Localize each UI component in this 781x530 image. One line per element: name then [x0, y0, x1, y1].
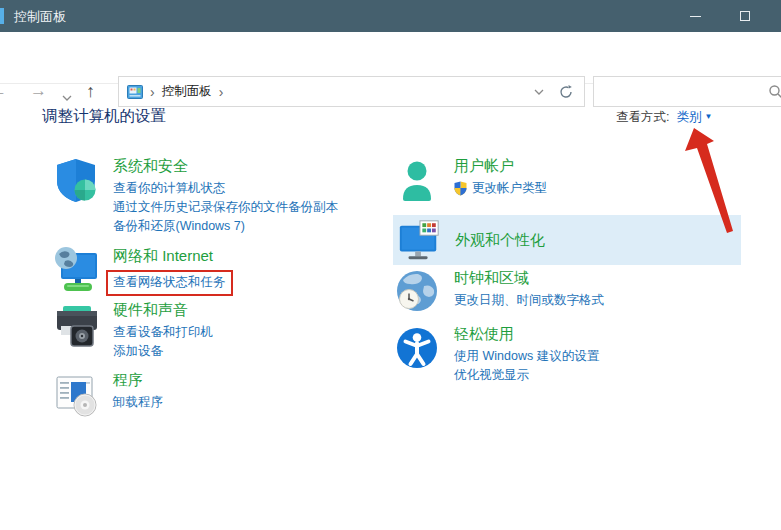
- control-panel-icon: [127, 84, 143, 100]
- link-check-computer-status[interactable]: 查看你的计算机状态: [113, 179, 338, 198]
- link-change-account-type[interactable]: 更改帐户类型: [472, 179, 547, 198]
- category-hardware-sound: 硬件和声音 查看设备和打印机 添加设备: [52, 300, 213, 361]
- category-title[interactable]: 硬件和声音: [113, 300, 213, 320]
- category-title[interactable]: 用户帐户: [454, 156, 547, 176]
- clock-region-icon[interactable]: [393, 268, 441, 316]
- category-title[interactable]: 系统和安全: [113, 156, 338, 176]
- programs-icon[interactable]: [52, 370, 100, 418]
- minimize-button[interactable]: [678, 0, 712, 32]
- page-title: 调整计算机的设置: [42, 106, 166, 127]
- annotation-red-box: 查看网络状态和任务: [106, 270, 233, 296]
- category-title[interactable]: 网络和 Internet: [113, 246, 233, 266]
- system-security-icon[interactable]: [52, 156, 100, 204]
- uac-shield-icon: [454, 181, 467, 196]
- address-dropdown-icon[interactable]: [534, 89, 544, 95]
- chevron-down-icon: [62, 95, 72, 101]
- forward-button[interactable]: →: [30, 80, 47, 102]
- recent-pages-dropdown[interactable]: [62, 87, 72, 105]
- search-icon: [768, 84, 781, 100]
- category-system-security: 系统和安全 查看你的计算机状态 通过文件历史记录保存你的文件备份副本 备份和还原…: [52, 156, 338, 236]
- category-appearance-personalization[interactable]: 外观和个性化: [393, 215, 741, 265]
- category-user-accounts: 用户帐户 更改帐户类型: [393, 156, 547, 204]
- titlebar: 控制面板: [0, 0, 781, 32]
- maximize-icon: [740, 11, 750, 21]
- app-icon: [0, 8, 4, 24]
- view-by-label: 查看方式:: [616, 110, 669, 124]
- category-programs: 程序 卸载程序: [52, 370, 163, 418]
- back-button[interactable]: ←: [0, 80, 7, 102]
- breadcrumb-control-panel[interactable]: 控制面板: [162, 83, 212, 100]
- link-file-history-backup[interactable]: 通过文件历史记录保存你的文件备份副本: [113, 198, 338, 217]
- category-network-internet: 网络和 Internet 查看网络状态和任务: [52, 246, 233, 296]
- search-input[interactable]: [600, 80, 760, 103]
- control-panel-window: 控制面板 ← → ↑ › 控制面板 ›: [0, 0, 781, 530]
- view-by: 查看方式:类别▼: [616, 109, 712, 126]
- up-button[interactable]: ↑: [86, 80, 95, 102]
- category-clock-region: 时钟和区域 更改日期、时间或数字格式: [393, 268, 604, 316]
- appearance-personalization-icon[interactable]: [396, 217, 442, 263]
- view-by-value[interactable]: 类别: [676, 110, 701, 124]
- minimize-icon: [690, 16, 701, 17]
- category-title[interactable]: 外观和个性化: [455, 230, 545, 250]
- breadcrumb-separator: ›: [150, 84, 155, 100]
- category-title[interactable]: 程序: [113, 370, 163, 390]
- category-ease-of-access: 轻松使用 使用 Windows 建议的设置 优化视觉显示: [393, 324, 599, 385]
- user-accounts-icon[interactable]: [393, 156, 441, 204]
- hardware-sound-icon[interactable]: [52, 300, 100, 348]
- address-bar[interactable]: › 控制面板 ›: [118, 76, 585, 107]
- category-title[interactable]: 轻松使用: [454, 324, 599, 344]
- link-uninstall-program[interactable]: 卸载程序: [113, 393, 163, 412]
- link-view-network-status[interactable]: 查看网络状态和任务: [113, 273, 226, 292]
- breadcrumb-separator: ›: [219, 84, 224, 100]
- ease-of-access-icon[interactable]: [393, 324, 441, 372]
- link-backup-restore-win7[interactable]: 备份和还原(Windows 7): [113, 217, 338, 236]
- refresh-icon[interactable]: [558, 84, 574, 100]
- link-windows-suggested-settings[interactable]: 使用 Windows 建议的设置: [454, 347, 599, 366]
- link-change-date-time-format[interactable]: 更改日期、时间或数字格式: [454, 291, 604, 310]
- link-add-device[interactable]: 添加设备: [113, 342, 213, 361]
- maximize-button[interactable]: [728, 0, 762, 32]
- search-box[interactable]: [593, 76, 781, 107]
- network-internet-icon[interactable]: [52, 246, 100, 294]
- category-title[interactable]: 时钟和区域: [454, 268, 604, 288]
- navigation-toolbar: ← → ↑ › 控制面板 ›: [0, 32, 781, 84]
- link-optimize-visual-display[interactable]: 优化视觉显示: [454, 366, 599, 385]
- window-title: 控制面板: [14, 8, 66, 26]
- view-by-caret-icon[interactable]: ▼: [704, 112, 712, 121]
- link-view-devices-printers[interactable]: 查看设备和打印机: [113, 323, 213, 342]
